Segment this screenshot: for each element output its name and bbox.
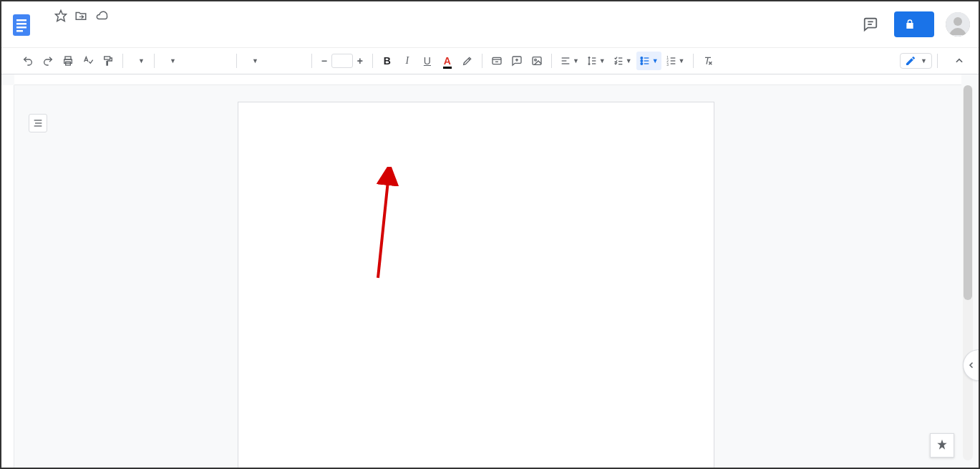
chevron-down-icon: ▼ xyxy=(652,57,659,64)
svg-rect-2 xyxy=(16,23,26,25)
numbered-list-button[interactable]: 123▼ xyxy=(663,52,688,70)
add-comment-button[interactable] xyxy=(508,52,526,70)
workspace xyxy=(1,74,979,468)
document-page[interactable] xyxy=(238,102,714,468)
svg-marker-5 xyxy=(56,11,67,21)
menu-insert[interactable] xyxy=(77,34,89,37)
svg-point-9 xyxy=(954,17,962,26)
menu-file[interactable] xyxy=(39,34,50,37)
undo-button[interactable] xyxy=(19,52,37,70)
move-icon[interactable] xyxy=(74,9,87,22)
underline-button[interactable]: U xyxy=(418,52,437,70)
cloud-status-icon[interactable] xyxy=(94,9,109,22)
menu-bar xyxy=(39,26,149,46)
insert-image-button[interactable] xyxy=(528,52,546,70)
svg-rect-13 xyxy=(105,57,110,59)
svg-rect-0 xyxy=(13,14,30,36)
chevron-down-icon: ▼ xyxy=(626,57,632,64)
svg-point-20 xyxy=(535,59,537,61)
doc-title[interactable] xyxy=(39,14,47,17)
chevron-down-icon: ▼ xyxy=(599,57,606,64)
menu-format[interactable] xyxy=(90,34,102,37)
align-button[interactable]: ▼ xyxy=(557,52,582,70)
svg-text:3: 3 xyxy=(666,63,669,67)
bold-button[interactable]: B xyxy=(378,52,397,70)
paint-format-button[interactable] xyxy=(99,52,117,70)
outline-toggle-button[interactable] xyxy=(29,114,47,132)
font-family-select[interactable]: ▼ xyxy=(242,52,306,70)
chevron-down-icon: ▼ xyxy=(138,57,145,64)
star-icon[interactable] xyxy=(54,9,67,22)
menu-tools[interactable] xyxy=(103,34,115,37)
paragraph-style-select[interactable]: ▼ xyxy=(160,52,231,70)
document-scroll-area[interactable] xyxy=(14,85,961,468)
chevron-down-icon: ▼ xyxy=(679,57,685,64)
clear-formatting-button[interactable] xyxy=(699,52,717,70)
chevron-down-icon: ▼ xyxy=(170,57,176,64)
bulleted-list-button[interactable]: ▼ xyxy=(636,52,661,70)
chevron-down-icon: ▼ xyxy=(573,57,579,64)
menu-extensions[interactable] xyxy=(116,34,127,37)
svg-rect-3 xyxy=(16,26,26,29)
font-size-control: − + xyxy=(317,53,367,69)
svg-point-30 xyxy=(641,57,643,59)
chevron-down-icon: ▼ xyxy=(921,57,927,64)
menu-edit[interactable] xyxy=(52,34,63,37)
font-size-increase[interactable]: + xyxy=(353,53,367,69)
svg-rect-19 xyxy=(533,57,541,65)
checklist-button[interactable]: ▼ xyxy=(610,52,635,70)
account-avatar[interactable] xyxy=(946,12,970,37)
chevron-down-icon: ▼ xyxy=(252,57,258,64)
print-button[interactable] xyxy=(59,52,77,70)
svg-rect-14 xyxy=(493,57,501,64)
open-comments-button[interactable] xyxy=(858,12,883,37)
svg-rect-4 xyxy=(16,30,23,32)
toolbar: ▼ ▼ ▼ − + B I U A ▼ ▼ ▼ ▼ 123▼ ▼ xyxy=(1,47,979,74)
vertical-scrollbar[interactable] xyxy=(963,85,973,460)
vertical-ruler[interactable] xyxy=(1,85,14,468)
font-size-decrease[interactable]: − xyxy=(317,53,331,69)
zoom-select[interactable]: ▼ xyxy=(128,52,149,70)
line-spacing-button[interactable]: ▼ xyxy=(583,52,608,70)
collapse-toolbar-button[interactable] xyxy=(950,52,969,70)
horizontal-ruler[interactable] xyxy=(14,74,961,85)
annotation-arrow-icon xyxy=(367,167,553,289)
menu-help[interactable] xyxy=(129,34,140,37)
redo-button[interactable] xyxy=(39,52,57,70)
highlight-color-button[interactable] xyxy=(458,52,477,70)
insert-link-button[interactable] xyxy=(487,52,506,70)
scrollbar-thumb[interactable] xyxy=(964,85,972,300)
title-area xyxy=(36,6,149,46)
svg-point-32 xyxy=(641,63,643,65)
docs-logo[interactable] xyxy=(7,6,36,44)
app-header xyxy=(1,1,979,47)
spellcheck-button[interactable] xyxy=(79,52,97,70)
explore-button[interactable] xyxy=(930,433,954,458)
menu-view[interactable] xyxy=(64,34,76,37)
font-size-input[interactable] xyxy=(331,54,353,68)
svg-rect-1 xyxy=(16,19,26,21)
text-color-button[interactable]: A xyxy=(438,52,457,70)
share-button[interactable] xyxy=(894,11,934,37)
svg-point-31 xyxy=(641,60,643,62)
editing-mode-button[interactable]: ▼ xyxy=(900,53,932,69)
italic-button[interactable]: I xyxy=(398,52,417,70)
